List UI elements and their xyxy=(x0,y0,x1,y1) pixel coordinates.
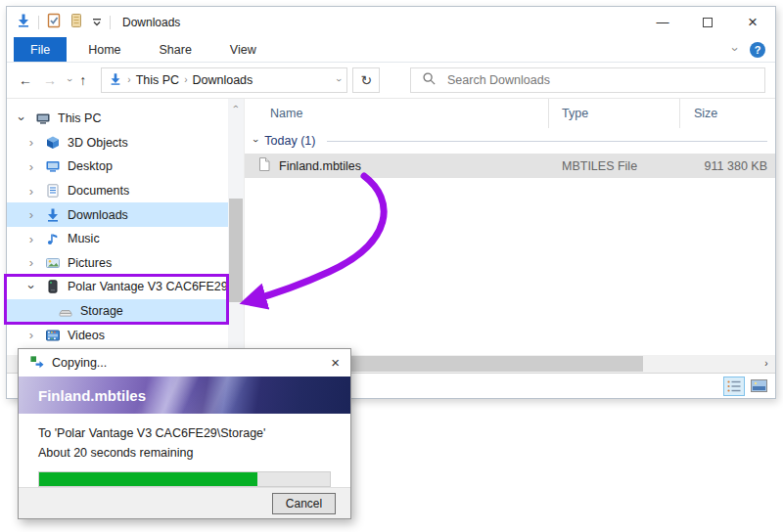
sidebar-item-downloads[interactable]: › Downloads xyxy=(7,202,228,227)
sidebar-item-this-pc[interactable]: › This PC xyxy=(7,107,228,131)
tab-view[interactable]: View xyxy=(213,37,273,62)
scrollbar-thumb[interactable] xyxy=(229,199,243,302)
file-size: 911 380 KB xyxy=(680,159,775,173)
file-type: MBTILES File xyxy=(549,159,680,173)
details-view-button[interactable] xyxy=(723,377,745,396)
ribbon-expand-chevron-icon[interactable]: › xyxy=(728,47,741,51)
time-remaining: About 20 seconds remaining xyxy=(38,444,331,463)
column-header-type[interactable]: Type xyxy=(549,99,680,128)
sidebar-item-videos[interactable]: › Videos xyxy=(7,323,228,347)
breadcrumb-downloads[interactable]: Downloads xyxy=(192,73,253,87)
sidebar-item-label: Storage xyxy=(80,304,123,318)
dialog-title-bar: Copying... × xyxy=(19,349,350,377)
up-button[interactable]: ↑ xyxy=(79,72,86,88)
maximize-icon xyxy=(703,18,713,27)
this-pc-icon xyxy=(35,111,51,126)
sidebar-item-polar-vantage[interactable]: › Polar Vantage V3 CAC6FE29 xyxy=(7,275,228,299)
separator xyxy=(38,16,39,29)
column-headers: Name Type Size xyxy=(245,99,775,128)
chevron-right-icon[interactable]: › xyxy=(24,329,38,341)
chevron-down-icon[interactable]: › xyxy=(16,111,28,125)
breadcrumb-separator-icon: › xyxy=(127,75,130,85)
chevron-right-icon[interactable]: › xyxy=(24,160,38,173)
chevron-right-icon[interactable]: › xyxy=(24,256,38,269)
tab-home[interactable]: Home xyxy=(71,37,137,62)
column-header-name[interactable]: Name xyxy=(245,99,549,128)
window-controls: — × xyxy=(640,7,775,37)
sidebar-item-label: Polar Vantage V3 CAC6FE29 xyxy=(68,280,228,293)
chevron-down-icon[interactable]: › xyxy=(25,280,38,293)
chevron-right-icon[interactable]: › xyxy=(24,233,38,245)
file-icon xyxy=(257,156,271,175)
tab-file[interactable]: File xyxy=(14,37,67,62)
sidebar-item-storage[interactable]: Storage xyxy=(7,299,228,324)
address-location-icon xyxy=(109,72,122,89)
group-header-today[interactable]: › Today (1) xyxy=(245,128,775,154)
pictures-icon xyxy=(45,255,61,271)
videos-icon xyxy=(45,328,61,343)
column-header-size[interactable]: Size xyxy=(680,99,775,128)
sidebar-item-label: Desktop xyxy=(68,159,113,173)
sidebar-item-label: Music xyxy=(68,232,100,245)
dialog-body: To 'Polar Vantage V3 CAC6FE29\Storage' A… xyxy=(19,414,350,487)
downloads-folder-icon xyxy=(16,13,31,32)
sidebar-item-music[interactable]: › Music xyxy=(7,227,228,251)
sidebar-item-pictures[interactable]: › Pictures xyxy=(7,251,228,276)
explorer-window: Downloads — × File Home Share View › ? ←… xyxy=(6,6,776,399)
maximize-button[interactable] xyxy=(685,7,730,37)
scroll-up-button[interactable]: › xyxy=(228,99,244,114)
history-chevron-icon[interactable]: › xyxy=(65,78,74,81)
refresh-icon: ↻ xyxy=(360,72,372,88)
refresh-button[interactable]: ↻ xyxy=(352,67,380,93)
dialog-banner: Finland.mbtiles xyxy=(19,377,350,415)
3d-objects-icon xyxy=(45,135,61,151)
properties-button[interactable] xyxy=(46,13,62,32)
sidebar-item-label: 3D Objects xyxy=(68,136,128,150)
tab-share[interactable]: Share xyxy=(143,37,208,62)
sidebar-item-documents[interactable]: › Documents xyxy=(7,179,228,203)
title-bar: Downloads — × xyxy=(7,7,775,37)
group-collapse-chevron-icon[interactable]: › xyxy=(251,139,260,142)
breadcrumb-this-pc[interactable]: This PC xyxy=(136,73,179,87)
qat-customize-chevron-icon[interactable] xyxy=(91,14,103,31)
chevron-right-icon[interactable]: › xyxy=(24,136,38,149)
tree-scrollbar[interactable]: › xyxy=(228,99,244,355)
address-dropdown-chevron-icon[interactable]: › xyxy=(334,78,344,81)
sidebar-item-label: This PC xyxy=(58,111,101,125)
sidebar-item-desktop[interactable]: › Desktop xyxy=(7,155,228,179)
chevron-right-icon: › xyxy=(764,359,767,369)
thumbnail-view-button[interactable] xyxy=(748,377,769,396)
new-folder-button[interactable] xyxy=(69,13,84,32)
chevron-right-icon[interactable]: › xyxy=(24,208,38,221)
downloads-icon xyxy=(45,207,61,223)
back-button[interactable]: ← xyxy=(19,72,32,88)
navigation-pane: › This PC › 3D Objects › Desktop xyxy=(7,99,228,355)
dialog-footer: Cancel xyxy=(19,487,350,518)
portable-device-icon xyxy=(45,279,61,294)
dialog-close-button[interactable]: × xyxy=(331,354,340,371)
thumbnail-view-icon xyxy=(751,379,767,392)
search-box[interactable] xyxy=(410,67,765,93)
sidebar-item-label: Documents xyxy=(68,184,129,198)
chevron-right-icon[interactable]: › xyxy=(24,185,38,198)
ribbon-tab-row: File Home Share View › ? xyxy=(7,37,775,63)
file-row-finland-mbtiles[interactable]: Finland.mbtiles MBTILES File 911 380 KB xyxy=(245,154,775,178)
documents-icon xyxy=(45,183,61,199)
scroll-right-button[interactable]: › xyxy=(758,355,775,373)
address-bar[interactable]: › This PC › Downloads › xyxy=(101,67,347,93)
music-icon xyxy=(45,231,61,246)
cancel-button[interactable]: Cancel xyxy=(272,493,336,514)
storage-drive-icon xyxy=(58,303,73,319)
search-input[interactable] xyxy=(447,73,764,87)
group-label: Today (1) xyxy=(264,134,315,148)
sidebar-item-3d-objects[interactable]: › 3D Objects xyxy=(7,131,228,155)
close-button[interactable]: × xyxy=(730,7,775,37)
desktop-icon xyxy=(45,158,61,174)
chevron-up-icon: › xyxy=(231,105,241,108)
file-list-pane: Name Type Size › Today (1) Finland.mbtil… xyxy=(244,99,775,355)
sidebar-item-label: Downloads xyxy=(68,208,128,222)
dialog-title: Copying... xyxy=(52,356,107,370)
forward-button[interactable]: → xyxy=(43,72,57,88)
help-button[interactable]: ? xyxy=(750,42,765,58)
minimize-button[interactable]: — xyxy=(640,7,685,37)
